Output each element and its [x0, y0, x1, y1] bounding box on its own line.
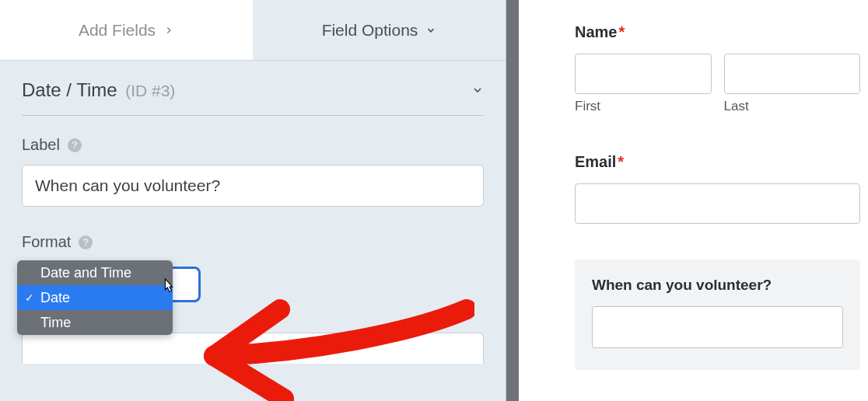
help-icon[interactable]: ?	[79, 235, 93, 249]
form-preview: Name* First Last Email* When can you vol…	[519, 0, 868, 401]
panel-tabs: Add Fields Field Options	[0, 0, 506, 61]
field-id: (ID #3)	[125, 82, 175, 99]
cursor-pointer-icon	[160, 277, 177, 298]
label-text: Email	[575, 153, 616, 170]
format-dropdown: Date and Time ✓ Date Time	[17, 260, 173, 335]
check-icon: ✓	[25, 291, 34, 304]
label-input[interactable]	[22, 165, 484, 207]
description-input[interactable]	[22, 333, 484, 364]
panel-body: Date / Time (ID #3) Label ? Format ?	[0, 61, 506, 401]
required-indicator: *	[618, 23, 625, 40]
label-text: Name	[575, 23, 617, 40]
chevron-down-icon	[471, 84, 484, 96]
dropdown-option-date-and-time[interactable]: Date and Time	[17, 260, 173, 285]
email-label: Email*	[575, 153, 860, 171]
field-header[interactable]: Date / Time (ID #3)	[22, 79, 484, 116]
name-row: First Last	[575, 54, 860, 114]
chevron-right-icon	[163, 25, 174, 36]
format-field-row: Format ?	[22, 233, 484, 251]
option-label: Date and Time	[40, 265, 131, 281]
tab-label: Add Fields	[79, 21, 156, 40]
dropdown-option-time[interactable]: Time	[17, 310, 173, 335]
format-text: Format	[22, 233, 71, 251]
label-text: Label	[22, 136, 60, 154]
email-input[interactable]	[575, 183, 860, 224]
help-icon[interactable]: ?	[68, 138, 82, 152]
tab-label: Field Options	[322, 21, 418, 40]
volunteer-label: When can you volunteer?	[592, 277, 843, 294]
name-label: Name*	[575, 23, 860, 41]
panel-divider[interactable]	[506, 0, 519, 401]
option-label: Date	[40, 290, 70, 306]
required-indicator: *	[618, 153, 624, 170]
last-sublabel: Last	[724, 99, 861, 114]
chevron-down-icon	[425, 25, 436, 36]
field-options-panel: Add Fields Field Options Date / Time (ID…	[0, 0, 506, 401]
option-label: Time	[40, 315, 71, 331]
volunteer-field-card[interactable]: When can you volunteer?	[575, 260, 860, 370]
last-name-input[interactable]	[724, 54, 861, 94]
first-name-input[interactable]	[575, 54, 712, 94]
tab-add-fields[interactable]: Add Fields	[0, 0, 253, 60]
dropdown-option-date[interactable]: ✓ Date	[17, 285, 173, 310]
first-sublabel: First	[575, 99, 712, 114]
tab-field-options[interactable]: Field Options	[253, 0, 506, 60]
volunteer-date-input[interactable]	[592, 306, 843, 348]
field-title: Date / Time	[22, 79, 117, 100]
label-field-row: Label ?	[22, 136, 484, 154]
